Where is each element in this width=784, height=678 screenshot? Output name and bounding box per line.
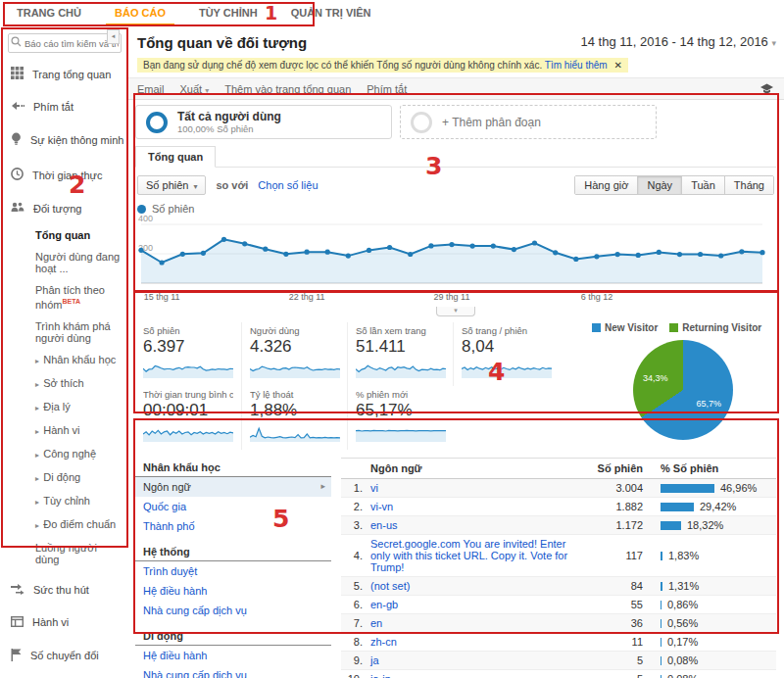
menu-item[interactable]: Nhà cung cấp dịch vụ — [135, 665, 331, 678]
sidebar-subitem[interactable]: Tổng quan — [35, 224, 127, 246]
sidebar-item-audience[interactable]: Đối tượng — [0, 192, 127, 224]
sidebar-item-intelligence-events[interactable]: Sự kiện thông minh — [0, 122, 127, 158]
search-input[interactable] — [8, 33, 122, 53]
language-link[interactable]: en-us — [370, 518, 582, 532]
menu-item[interactable]: Hệ điều hành — [135, 646, 331, 665]
menu-item[interactable]: Thành phố — [135, 516, 331, 536]
sidebar-item-label: Sức thu hút — [33, 584, 89, 596]
sidebar-subitem[interactable]: ▸ Nhân khẩu học — [35, 349, 127, 372]
export-button[interactable]: Xuất ▾ — [180, 83, 210, 95]
stat-1[interactable]: Số phiên6.397 — [135, 322, 241, 386]
granularity-hourly[interactable]: Hàng giờ — [575, 176, 637, 194]
table-row[interactable]: 5.(not set)841,31% — [341, 577, 776, 596]
sidebar-subitem[interactable]: ▸ Hành vi — [35, 419, 127, 443]
nav-bao-cao[interactable]: BÁO CÁO — [98, 0, 182, 26]
sidebar-subitem[interactable]: ▸ Công nghệ — [35, 443, 127, 466]
segment-all-users[interactable]: Tất cả người dùng 100,00% Số phiên — [135, 105, 392, 139]
sidebar-item-real-time[interactable]: Thời gian thực — [0, 158, 127, 192]
sidebar-subitem[interactable]: Người dùng đang hoạt ... — [35, 246, 127, 279]
table-row[interactable]: 2.vi-vn1.88229,42% — [341, 498, 776, 516]
sidebar-item-shortcuts[interactable]: Phím tắt — [0, 91, 127, 122]
sparkline — [250, 422, 340, 442]
nav-trang-chu[interactable]: TRANG CHỦ — [0, 0, 98, 26]
sidebar-subitem[interactable]: ▸ Tùy chỉnh — [35, 490, 127, 513]
nav-tuy-chinh[interactable]: TÙY CHỈNH — [182, 0, 274, 26]
stat-2[interactable]: Người dùng4.326 — [241, 322, 347, 386]
segment-circle-icon — [411, 112, 432, 133]
language-link[interactable]: ja-jp — [370, 672, 582, 678]
col-pct-sessions[interactable]: % Số phiên — [655, 462, 776, 474]
granularity-month[interactable]: Tháng — [724, 176, 773, 194]
language-link[interactable]: (not set) — [370, 579, 582, 593]
date-range-selector[interactable]: 14 thg 11, 2016 - 14 thg 12, 2016 ▾ — [581, 34, 776, 49]
segment-circle-icon — [146, 112, 168, 133]
add-to-dashboard-button[interactable]: Thêm vào trang tổng quan — [224, 83, 351, 95]
col-language[interactable]: Ngôn ngữ — [341, 462, 582, 474]
sidebar-subitem[interactable]: Trình khám phá người dùng — [35, 315, 127, 349]
table-row[interactable]: 10.ja-jp50,08% — [341, 670, 776, 678]
language-link[interactable]: en — [370, 616, 582, 630]
table-row[interactable]: 6.en-gb550,86% — [341, 596, 776, 614]
email-button[interactable]: Email — [137, 83, 165, 95]
stat-7[interactable]: % phiên mới65,17% — [347, 386, 453, 450]
menu-item[interactable]: Trình duyệt — [135, 561, 331, 581]
menu-item[interactable]: Hệ điều hành — [135, 581, 331, 601]
metric-select[interactable]: Số phiên▾ — [137, 175, 206, 195]
menu-item[interactable]: Ngôn ngữ — [135, 477, 331, 497]
choose-metric-link[interactable]: Chọn số liệu — [258, 179, 318, 191]
table-row[interactable]: 3.en-us1.17218,32% — [341, 516, 776, 535]
learn-more-link[interactable]: Tìm hiểu thêm — [545, 60, 608, 71]
table-row[interactable]: 9.ja50,08% — [341, 652, 776, 670]
dashboard-icon — [11, 67, 24, 81]
table-row[interactable]: 7.en360,56% — [341, 614, 776, 633]
table-row[interactable]: 8.zh-cn110,17% — [341, 633, 776, 652]
nav-quan-tri-vien[interactable]: QUẢN TRỊ VIÊN — [274, 0, 388, 26]
sidebar-subitem[interactable]: Luồng người dùng — [35, 537, 127, 570]
pie-legend-item: New Visitor — [592, 322, 658, 333]
stat-5[interactable]: Thời gian trung bình của phiên00:09:01 — [135, 386, 241, 450]
table-row[interactable]: 1.vi3.00446,96% — [341, 479, 776, 498]
sessions-line-chart[interactable]: 40020015 thg 1122 thg 1129 thg 116 thg 1… — [135, 215, 776, 309]
sidebar-item-label: Thời gian thực — [32, 170, 102, 181]
intelligence-icon[interactable] — [760, 82, 774, 96]
sidebar-collapse-button[interactable]: ◂ — [107, 29, 120, 44]
chevron-down-icon: ▾ — [193, 182, 197, 191]
segment-subtitle: 100,00% Số phiên — [177, 123, 281, 134]
chevron-down-icon: ▾ — [205, 86, 209, 95]
sidebar-subitem[interactable]: ▸ Sở thích — [35, 372, 127, 396]
language-link[interactable]: vi-vn — [370, 500, 582, 513]
close-icon[interactable]: ✕ — [613, 60, 621, 71]
sidebar-item-acquisition[interactable]: Sức thu hút — [0, 574, 127, 606]
stat-4[interactable]: Số trang / phiên8,04 — [453, 322, 559, 386]
sidebar-item-label: Hành vi — [32, 616, 69, 628]
sidebar-subitem[interactable]: ▸ Địa lý — [35, 396, 127, 419]
pct-bar — [661, 675, 662, 678]
sidebar-item-dashboards[interactable]: Trang tổng quan — [0, 57, 127, 91]
add-segment-button[interactable]: + Thêm phân đoạn — [400, 105, 657, 139]
sidebar-subitem[interactable]: ▸ Di động — [35, 466, 127, 490]
granularity-day[interactable]: Ngày — [637, 176, 681, 194]
granularity-week[interactable]: Tuần — [681, 176, 724, 194]
report-toolbar: Email Xuất ▾ Thêm vào trang tổng quan Ph… — [127, 77, 784, 100]
menu-item[interactable]: Nhà cung cấp dịch vụ — [135, 601, 331, 620]
pct-bar — [661, 619, 662, 628]
shortcut-button[interactable]: Phím tắt — [367, 83, 407, 95]
stat-6[interactable]: Tỷ lệ thoát1,88% — [241, 386, 347, 450]
sidebar-item-behavior[interactable]: Hành vi — [0, 606, 127, 639]
language-link[interactable]: zh-cn — [370, 635, 582, 649]
visitor-pie-chart[interactable]: 65,7%34,3% — [633, 340, 733, 440]
sidebar-item-conversions[interactable]: Số chuyển đổi — [0, 639, 127, 673]
sidebar-item-label: Sự kiện thông minh — [30, 134, 123, 146]
table-row[interactable]: 4.Secret.google.com You are invited! Ent… — [341, 535, 776, 577]
menu-item[interactable]: Quốc gia — [135, 497, 331, 516]
language-link[interactable]: ja — [370, 654, 582, 667]
col-sessions[interactable]: Số phiên — [582, 462, 655, 474]
sessions-chart-panel: Tất cả người dùng 100,00% Số phiên + Thê… — [135, 105, 776, 316]
sidebar-subitem[interactable]: Phân tích theo nhómBETA — [35, 279, 127, 315]
tab-overview[interactable]: Tổng quan — [135, 146, 216, 168]
language-link[interactable]: en-gb — [370, 598, 582, 611]
sidebar-subitem[interactable]: ▸ Đo điểm chuẩn — [35, 513, 127, 537]
language-link[interactable]: vi — [370, 481, 582, 495]
stat-3[interactable]: Số lần xem trang51.411 — [347, 322, 453, 386]
language-link[interactable]: Secret.google.com You are invited! Enter… — [370, 537, 582, 574]
